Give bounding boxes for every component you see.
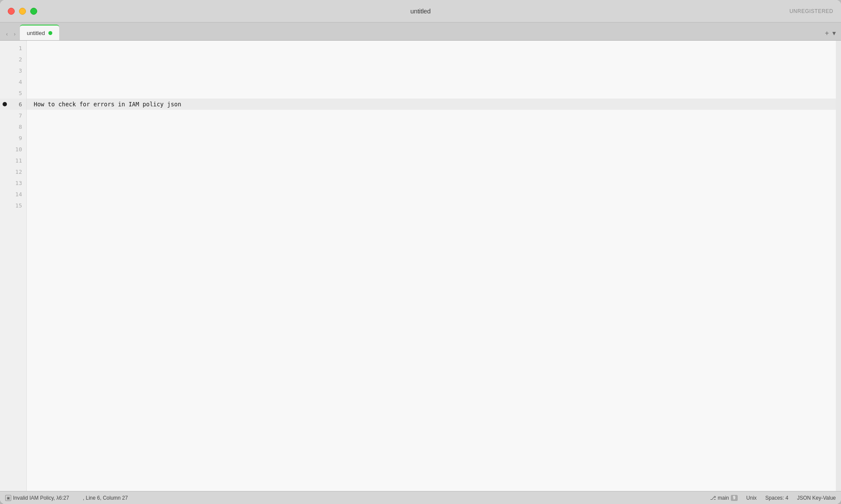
branch-count: 9 [731, 495, 738, 501]
code-line-5[interactable] [27, 87, 836, 99]
line-number-14: 14 [0, 191, 26, 198]
tab-dropdown-button[interactable]: ▾ [832, 30, 836, 37]
code-line-15[interactable] [27, 200, 836, 211]
line-endings-label: Unix [746, 495, 757, 501]
tab-modified-dot [48, 31, 52, 35]
line-number-1: 1 [0, 45, 26, 51]
line-number-3: 3 [0, 67, 26, 74]
status-position: , Line 6, Column 27 [83, 495, 128, 501]
bookmark-dot-6 [3, 102, 7, 106]
line-number-8: 8 [0, 124, 26, 130]
line-number-4: 4 [0, 79, 26, 85]
status-indentation[interactable]: Spaces: 4 [765, 495, 788, 501]
code-line-8[interactable] [27, 121, 836, 132]
gutter-row-7: 7 [0, 110, 26, 121]
branch-label: main [718, 495, 729, 501]
gutter-row-15: 15 [0, 200, 26, 211]
line-number-11: 11 [0, 157, 26, 164]
line-number-10: 10 [0, 146, 26, 153]
gutter-row-9: 9 [0, 132, 26, 144]
line-number-9: 9 [0, 135, 26, 141]
line-number-13: 13 [0, 180, 26, 186]
gutter-row-5: 5 [0, 87, 26, 99]
tab-label: untitled [27, 30, 45, 36]
status-right: ⎇ main 9 Unix Spaces: 4 JSON Key-Value [710, 495, 836, 501]
branch-icon: ⎇ [710, 495, 716, 501]
main-window: untitled UNREGISTERED ‹ › untitled + ▾ 1… [0, 0, 841, 504]
line-number-15: 15 [0, 202, 26, 209]
code-line-2[interactable] [27, 54, 836, 65]
maximize-button[interactable] [30, 8, 37, 15]
add-tab-button[interactable]: + [825, 30, 829, 37]
tab-nav-arrows: ‹ › [3, 31, 18, 38]
tab-bar-actions: + ▾ [825, 30, 836, 37]
code-line-9[interactable] [27, 132, 836, 144]
line-number-2: 2 [0, 56, 26, 63]
unregistered-label: UNREGISTERED [790, 8, 833, 14]
line-number-5: 5 [0, 90, 26, 96]
gutter-row-13: 13 [0, 177, 26, 188]
tab-prev-arrow[interactable]: ‹ [3, 31, 10, 38]
error-icon: ▣ [5, 495, 11, 501]
tab-untitled[interactable]: untitled [20, 25, 59, 40]
code-line-7[interactable] [27, 110, 836, 121]
gutter-row-11: 11 [0, 155, 26, 166]
window-title: untitled [411, 7, 431, 15]
code-line-11[interactable] [27, 155, 836, 166]
tab-next-arrow[interactable]: › [11, 31, 18, 38]
gutter-row-12: 12 [0, 166, 26, 177]
position-label: , Line 6, Column 27 [83, 495, 128, 501]
code-line-14[interactable] [27, 188, 836, 200]
scrollbar-track[interactable] [836, 41, 841, 491]
syntax-label: JSON Key-Value [797, 495, 836, 501]
code-editor[interactable]: How to check for errors in IAM policy js… [27, 41, 836, 491]
close-button[interactable] [8, 8, 15, 15]
gutter-row-1: 1 [0, 42, 26, 54]
gutter-row-4: 4 [0, 76, 26, 87]
line-number-7: 7 [0, 112, 26, 119]
error-label: Invalid IAM Policy, λ6:27 [13, 495, 69, 501]
status-error[interactable]: ▣ Invalid IAM Policy, λ6:27 [5, 495, 69, 501]
traffic-lights [8, 8, 37, 15]
code-line-12[interactable] [27, 166, 836, 177]
code-line-6[interactable]: How to check for errors in IAM policy js… [27, 99, 836, 110]
status-bar: ▣ Invalid IAM Policy, λ6:27 , Line 6, Co… [0, 491, 841, 504]
gutter-row-8: 8 [0, 121, 26, 132]
line-number-12: 12 [0, 169, 26, 175]
gutter-row-3: 3 [0, 65, 26, 76]
code-line-1[interactable] [27, 42, 836, 54]
indentation-label: Spaces: 4 [765, 495, 788, 501]
tab-bar: ‹ › untitled + ▾ [0, 22, 841, 41]
code-line-10[interactable] [27, 144, 836, 155]
line-gutter: 123456789101112131415 [0, 41, 27, 491]
code-line-13[interactable] [27, 177, 836, 188]
title-bar: untitled UNREGISTERED [0, 0, 841, 22]
code-line-3[interactable] [27, 65, 836, 76]
gutter-row-10: 10 [0, 144, 26, 155]
code-line-4[interactable] [27, 76, 836, 87]
gutter-row-2: 2 [0, 54, 26, 65]
branch-badge[interactable]: ⎇ main 9 [710, 495, 738, 501]
status-syntax[interactable]: JSON Key-Value [797, 495, 836, 501]
editor-area: 123456789101112131415 How to check for e… [0, 41, 841, 491]
minimize-button[interactable] [19, 8, 26, 15]
gutter-row-14: 14 [0, 188, 26, 200]
status-line-endings[interactable]: Unix [746, 495, 757, 501]
gutter-row-6: 6 [0, 99, 26, 110]
